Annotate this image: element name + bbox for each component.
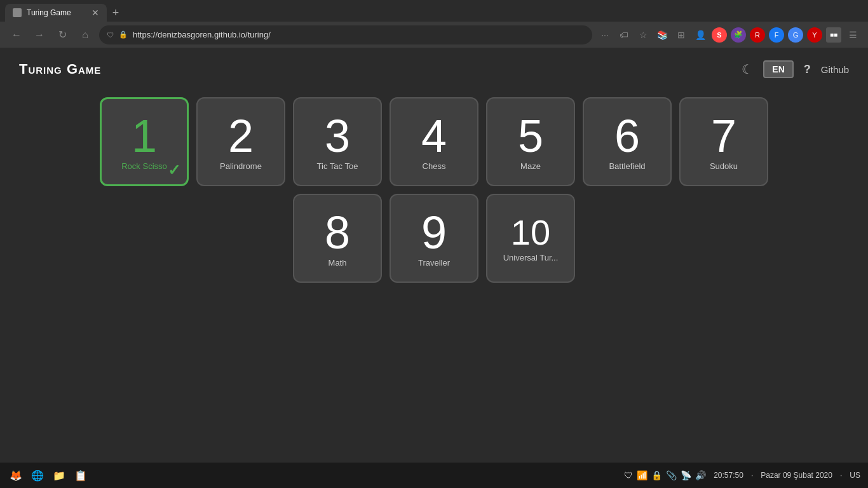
game-card-3[interactable]: 3 Tic Tac Toe: [293, 97, 382, 186]
dark-mode-toggle[interactable]: ☾: [742, 62, 753, 77]
browser-chrome: Turing Game ✕ + ← → ↻ ⌂ 🛡 🔒 https://deni…: [0, 0, 868, 48]
tab-close-button[interactable]: ✕: [92, 8, 99, 18]
card-number-3: 3: [325, 113, 350, 159]
card-number-2: 2: [228, 113, 254, 159]
sys-icon-shield[interactable]: 🛡: [624, 470, 633, 480]
taskbar-right: 🛡 📶 🔒 📎 📡 🔊 20:57:50 · Pazar 09 Şubat 20…: [624, 470, 860, 480]
library-icon[interactable]: 📚: [654, 27, 670, 43]
sys-icon-lock[interactable]: 🔒: [651, 470, 662, 480]
game-card-2[interactable]: 2 Palindrome: [196, 97, 285, 186]
card-label-4: Chess: [423, 161, 446, 171]
taskbar-files-icon[interactable]: 📁: [51, 467, 67, 484]
extension-icon-2[interactable]: R: [750, 27, 765, 43]
extension-icon-4[interactable]: G: [788, 27, 803, 43]
game-card-9[interactable]: 9 Traveller: [390, 194, 478, 283]
card-number-9: 9: [421, 210, 447, 255]
extension-icon-3[interactable]: F: [769, 27, 784, 43]
more-button[interactable]: ···: [597, 27, 613, 43]
card-number-1: 1: [132, 113, 157, 159]
card-label-10: Universal Tur...: [503, 253, 559, 262]
taskbar-clipboard-icon[interactable]: 📋: [72, 467, 89, 484]
game-card-6[interactable]: 6 Battlefield: [583, 97, 672, 186]
taskbar-separator-2: ·: [840, 471, 842, 480]
checkmark-1: ✓: [168, 161, 180, 179]
taskbar-browser-icon[interactable]: 🌐: [29, 467, 46, 484]
card-number-10: 10: [511, 215, 550, 250]
taskbar-time: 20:57:50: [714, 471, 743, 480]
extension-icon-6[interactable]: ■■: [826, 27, 841, 43]
nav-bar: ← → ↻ ⌂ 🛡 🔒 https://denizbasgoren.github…: [0, 22, 868, 48]
card-label-9: Traveller: [418, 258, 450, 268]
game-card-10[interactable]: 10 Universal Tur...: [486, 194, 575, 283]
taskbar-sys-icons: 🛡 📶 🔒 📎 📡 🔊: [624, 470, 706, 480]
sys-icon-clip[interactable]: 📎: [666, 470, 677, 480]
address-bar[interactable]: 🛡 🔒 https://denizbasgoren.github.io/turi…: [99, 25, 592, 44]
game-row-1: 1 Rock Scisso ✓ 2 Palindrome 3 Tic Tac T…: [100, 97, 768, 186]
synced-tabs-icon[interactable]: ⊞: [674, 27, 689, 43]
card-label-1: Rock Scisso: [121, 161, 167, 171]
game-card-8[interactable]: 8 Math: [293, 194, 382, 283]
game-card-5[interactable]: 5 Maze: [486, 97, 575, 186]
tab-title: Turing Game: [27, 8, 71, 17]
taskbar: 🦊 🌐 📁 📋 🛡 📶 🔒 📎 📡 🔊 20:57:50 · Pazar 09 …: [0, 463, 868, 488]
github-link[interactable]: Github: [821, 64, 849, 75]
forward-button[interactable]: →: [31, 26, 48, 44]
lock-icon: 🔒: [119, 30, 128, 39]
sys-icon-sound[interactable]: 🔊: [695, 470, 706, 480]
game-card-4[interactable]: 4 Chess: [390, 97, 478, 186]
header-actions: ☾ EN ? Github: [742, 60, 849, 78]
game-card-1[interactable]: 1 Rock Scisso ✓: [100, 97, 189, 186]
game-grid: 1 Rock Scisso ✓ 2 Palindrome 3 Tic Tac T…: [19, 97, 849, 283]
hamburger-menu[interactable]: ☰: [845, 27, 860, 43]
active-tab[interactable]: Turing Game ✕: [5, 4, 107, 22]
sys-icon-wifi[interactable]: 📡: [681, 470, 691, 480]
taskbar-left: 🦊 🌐 📁 📋: [8, 467, 89, 484]
taskbar-locale: US: [850, 471, 860, 480]
card-label-2: Palindrome: [220, 161, 262, 171]
card-label-7: Sudoku: [710, 161, 738, 171]
taskbar-firefox-icon[interactable]: 🦊: [8, 467, 24, 484]
extension-icon-5[interactable]: Y: [807, 27, 822, 43]
card-number-7: 7: [711, 113, 736, 159]
card-label-5: Maze: [520, 161, 541, 171]
nav-actions: ··· 🏷 ☆ 📚 ⊞ 👤 S 🧩 R F G Y ■■ ☰: [597, 27, 860, 43]
home-button[interactable]: ⌂: [76, 26, 94, 44]
extension-icon-1[interactable]: 🧩: [731, 27, 746, 43]
site-title: Turing Game: [19, 61, 101, 78]
help-button[interactable]: ?: [804, 63, 811, 76]
shield-icon: 🛡: [107, 31, 114, 39]
card-label-3: Tic Tac Toe: [317, 161, 358, 171]
sys-icon-network[interactable]: 📶: [637, 470, 648, 480]
firefox-account-icon[interactable]: S: [712, 27, 727, 43]
card-number-5: 5: [518, 113, 543, 159]
page-content: Turing Game ☾ EN ? Github 1 Rock Scisso …: [0, 48, 868, 463]
card-label-8: Math: [329, 258, 347, 268]
refresh-button[interactable]: ↻: [53, 26, 71, 44]
account-icon[interactable]: 👤: [693, 27, 708, 43]
bookmark-button[interactable]: ☆: [635, 27, 651, 43]
card-number-6: 6: [614, 113, 640, 159]
url-text: https://denizbasgoren.github.io/turing/: [133, 30, 271, 39]
new-tab-button[interactable]: +: [107, 4, 125, 22]
page-header: Turing Game ☾ EN ? Github: [19, 60, 849, 78]
game-row-2: 8 Math 9 Traveller 10 Universal Tur...: [293, 194, 575, 283]
taskbar-separator-1: ·: [751, 471, 753, 480]
taskbar-date: Pazar 09 Şubat 2020: [761, 471, 832, 480]
back-button[interactable]: ←: [8, 26, 25, 44]
card-number-4: 4: [421, 113, 447, 159]
card-label-6: Battlefield: [609, 161, 645, 171]
game-card-7[interactable]: 7 Sudoku: [679, 97, 768, 186]
pocket-button[interactable]: 🏷: [616, 27, 632, 43]
language-button[interactable]: EN: [763, 60, 793, 78]
tab-favicon: [13, 8, 22, 17]
card-number-8: 8: [325, 210, 350, 255]
tab-bar: Turing Game ✕ +: [0, 0, 868, 22]
